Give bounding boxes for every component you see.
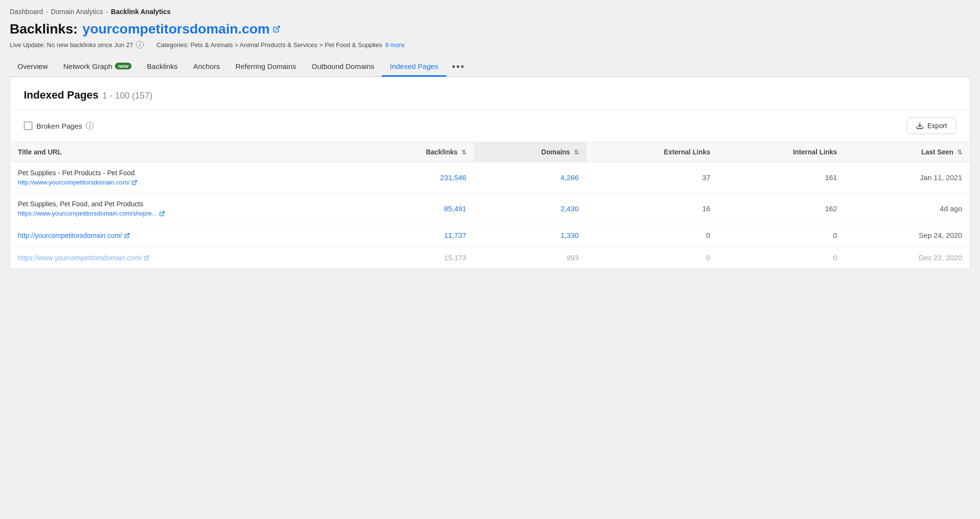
svg-line-2 [134,180,137,183]
content-header: Indexed Pages 1 - 100 (157) [10,77,970,110]
row-url-text: http://www.yourcompetitorsdomain.com/ [18,179,130,186]
categories-text: Categories: Pets & Animals > Animal Prod… [156,41,382,49]
broken-pages-checkbox[interactable] [24,121,33,130]
row-ext-icon [159,211,165,217]
tab-backlinks[interactable]: Backlinks [139,57,185,77]
row-backlinks: 11,737 [355,224,474,247]
breadcrumb-sep-1: › [46,8,48,16]
export-label: Export [928,122,947,130]
row-external-links: 0 [587,224,718,247]
row-internal-links: 0 [718,224,845,247]
indexed-pages-range: 1 - 100 (157) [102,91,152,101]
domain-link[interactable]: yourcompetitorsdomain.com [82,21,280,37]
tab-overview-label: Overview [17,62,48,70]
tab-referring-domains[interactable]: Referring Domains [228,57,304,77]
row-last-seen: 4d ago [845,193,970,224]
tab-indexed-pages[interactable]: Indexed Pages [382,57,446,77]
tab-outbound-domains[interactable]: Outbound Domains [304,57,382,77]
table-row: Pet Supplies, Pet Food, and Pet Products… [10,193,970,224]
last-seen-sort-icon: ⇅ [957,149,962,156]
domains-sort-icon: ⇅ [574,149,579,156]
breadcrumb-backlink-analytics: Backlink Analytics [111,8,171,16]
broken-pages-text: Broken Pages [36,122,82,130]
content-area: Indexed Pages 1 - 100 (157) Broken Pages… [10,77,970,269]
row-url-text: https://www.yourcompetitorsdomain.com/sh… [18,210,157,217]
row-domains: 993 [474,247,587,269]
tab-network-graph-label: Network Graph [64,62,113,70]
row-ext-icon [124,233,130,238]
row-url-link[interactable]: http://www.yourcompetitorsdomain.com/ [18,179,347,186]
breadcrumb-domain-analytics[interactable]: Domain Analytics [51,8,103,16]
broken-pages-info-icon[interactable]: i [86,122,94,130]
table-row: Pet Supplies - Pet Products - Pet Food h… [10,162,970,193]
svg-line-5 [146,255,149,258]
tab-backlinks-label: Backlinks [147,62,178,70]
live-update-text: Live Update: No new backlinks since Jun … [10,41,133,49]
col-external-links: External Links [587,142,718,162]
svg-line-0 [276,26,279,30]
row-url-link[interactable]: https://www.yourcompetitorsdomain.com/ [18,254,347,262]
backlinks-sort-icon: ⇅ [461,149,466,156]
row-last-seen: Sep 24, 2020 [845,224,970,247]
table-header: Title and URL Backlinks ⇅ Domains ⇅ Exte… [10,142,970,162]
new-badge: new [115,63,131,69]
breadcrumb-dashboard[interactable]: Dashboard [10,8,43,16]
nine-more-link[interactable]: 9 more [385,41,405,49]
external-link-icon [273,25,280,33]
col-internal-links: Internal Links [718,142,845,162]
backlinks-label: Backlinks: [10,21,78,37]
row-last-seen: Jan 11, 2021 [845,162,970,193]
row-title-url-cell: Pet Supplies, Pet Food, and Pet Products… [10,193,355,224]
tab-overview[interactable]: Overview [10,57,56,77]
row-url-link[interactable]: http://yourcompetitorsdomain.com/ [18,232,347,239]
col-domains[interactable]: Domains ⇅ [474,142,587,162]
tab-referring-domains-label: Referring Domains [235,62,296,70]
domain-text: yourcompetitorsdomain.com [82,21,270,37]
row-domains: 4,266 [474,162,587,193]
row-title: Pet Supplies, Pet Food, and Pet Products [18,200,347,208]
row-ext-icon [144,255,149,261]
svg-line-4 [127,233,130,236]
export-icon [916,122,924,130]
filter-row: Broken Pages i Export [10,110,970,142]
breadcrumb-sep-2: › [106,8,108,16]
table-row: http://yourcompetitorsdomain.com/ 11,737… [10,224,970,247]
row-last-seen: Dec 22, 2020 [845,247,970,269]
row-title-url-cell: Pet Supplies - Pet Products - Pet Food h… [10,162,355,193]
indexed-pages-title: Indexed Pages 1 - 100 (157) [24,89,152,101]
tab-network-graph[interactable]: Network Graph new [56,57,139,77]
row-url-text: https://www.yourcompetitorsdomain.com/ [18,254,142,262]
indexed-pages-table: Title and URL Backlinks ⇅ Domains ⇅ Exte… [10,142,970,268]
row-title-url-cell: https://www.yourcompetitorsdomain.com/ [10,247,355,269]
row-url-link[interactable]: https://www.yourcompetitorsdomain.com/sh… [18,210,347,217]
row-title: Pet Supplies - Pet Products - Pet Food [18,169,347,177]
row-title-url-cell: http://yourcompetitorsdomain.com/ [10,224,355,247]
row-external-links: 16 [587,193,718,224]
row-ext-icon [131,180,137,185]
col-backlinks[interactable]: Backlinks ⇅ [355,142,474,162]
row-backlinks: 231,546 [355,162,474,193]
col-last-seen[interactable]: Last Seen ⇅ [845,142,970,162]
tab-outbound-domains-label: Outbound Domains [311,62,374,70]
tab-anchors[interactable]: Anchors [185,57,228,77]
row-internal-links: 161 [718,162,845,193]
export-button[interactable]: Export [907,117,956,134]
row-domains: 1,330 [474,224,587,247]
broken-pages-checkbox-label[interactable]: Broken Pages i [24,121,94,130]
svg-line-3 [162,211,164,214]
table-body: Pet Supplies - Pet Products - Pet Food h… [10,162,970,269]
row-backlinks: 85,491 [355,193,474,224]
section-title-text: Indexed Pages [24,89,98,101]
live-update-info-icon[interactable]: i [136,41,144,49]
more-tabs-button[interactable]: ••• [446,56,471,77]
nav-tabs: Overview Network Graph new Backlinks Anc… [10,56,970,77]
tab-indexed-pages-label: Indexed Pages [390,62,438,70]
row-backlinks: 15,173 [355,247,474,269]
page-title: Backlinks: yourcompetitorsdomain.com [10,21,970,37]
row-external-links: 0 [587,247,718,269]
col-title-url: Title and URL [10,142,355,162]
tab-anchors-label: Anchors [193,62,220,70]
table-row: https://www.yourcompetitorsdomain.com/ 1… [10,247,970,269]
live-update-bar: Live Update: No new backlinks since Jun … [10,41,970,49]
categories-label: Categories: Pets & Animals > Animal Prod… [156,41,382,49]
